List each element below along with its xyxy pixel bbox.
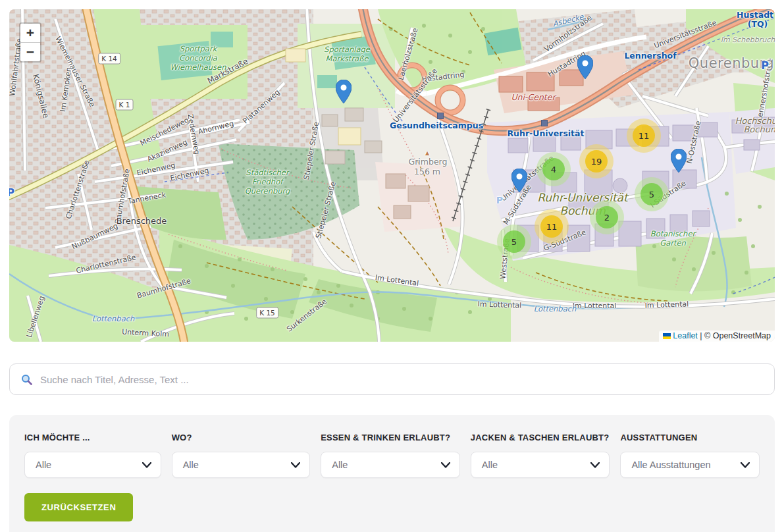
map-label: Im Lottental: [573, 302, 617, 310]
filter-select-ich-moechte[interactable]: Alle: [24, 452, 161, 478]
map-label: 156 m: [414, 167, 440, 176]
cluster-marker[interactable]: 11: [535, 209, 569, 244]
map-label: Universitätsstraße: [392, 66, 439, 124]
map-label: Im Kempken: [59, 66, 73, 112]
cluster-count: 5: [503, 230, 525, 253]
map-attribution: Leaflet | © OpenStreetMap: [659, 331, 775, 342]
map-label: Asbecke: [552, 12, 585, 28]
map-label: Ruhr-Universität: [507, 128, 584, 138]
filter-select-wo[interactable]: Alle: [172, 452, 311, 478]
cluster-count: 4: [542, 158, 565, 180]
map-label: Meischedeweg: [139, 116, 190, 148]
attribution-separator: |: [700, 331, 702, 340]
filter-field-jacken-taschen: JACKEN & TASCHEN ERLAUBT? Alle: [471, 433, 610, 478]
map-pin-marker[interactable]: [336, 80, 352, 103]
map-label: ▲: [425, 150, 429, 156]
filter-label: JACKEN & TASCHEN ERLAUBT?: [471, 433, 610, 442]
map-label: Lennershofstraße: [755, 57, 775, 121]
filter-field-ich-moechte: ICH MÖCHTE ... Alle: [24, 433, 161, 478]
reset-button[interactable]: ZURÜCKSETZEN: [24, 493, 133, 521]
filter-field-wo: WO? Alle: [172, 433, 311, 478]
map-label: Lottenbach: [534, 304, 577, 313]
filter-fields: ICH MÖCHTE ... Alle WO? Alle ESSEN & TRI…: [24, 433, 760, 478]
map-label: Bochum: [743, 124, 775, 134]
map-label: Markstraße: [326, 54, 369, 63]
map-label: Zedernweg: [186, 113, 201, 155]
filter-select-essen-trinken[interactable]: Alle: [321, 452, 460, 478]
zoom-in-button[interactable]: +: [20, 24, 40, 43]
cluster-marker[interactable]: 4: [536, 152, 571, 186]
map-label: Eichenweg: [170, 166, 210, 182]
map-label: Charlottenstraße: [64, 159, 91, 221]
map-label: Wiemelhauser Straße: [53, 35, 96, 108]
chevron-down-icon: [441, 462, 450, 468]
map-label: Im Lottental: [644, 300, 689, 309]
map-label: Markstraße: [206, 57, 249, 86]
map-label: K 14: [98, 53, 120, 65]
leaflet-link[interactable]: Leaflet: [673, 331, 698, 340]
filter-label: WO?: [172, 433, 311, 442]
map-label: Stiepeler Straße: [302, 121, 321, 180]
map-label: Platanenweg: [241, 88, 281, 125]
map-label: P: [9, 186, 14, 199]
select-value: Alle: [332, 460, 348, 470]
map-label: Hustadt: [737, 10, 773, 20]
map-label: K 15: [256, 307, 278, 319]
map-label: Wiemelhausen: [170, 63, 226, 72]
map-label: Königsallee: [31, 73, 51, 119]
map-label: Friedhof: [252, 177, 282, 186]
transit-station-icon: [541, 120, 548, 126]
cluster-count: 5: [640, 183, 663, 205]
map-label: Hochschule: [735, 116, 775, 126]
ukraine-flag-icon: [663, 333, 671, 339]
map-label: Laerholzstraße: [397, 27, 420, 81]
search-input[interactable]: [39, 373, 774, 386]
map-pin-marker[interactable]: [671, 149, 687, 173]
map-pin-marker[interactable]: [511, 169, 527, 192]
map-pin-marker[interactable]: [577, 55, 593, 79]
map-label: K 1: [116, 99, 134, 111]
cluster-marker[interactable]: 2: [590, 200, 624, 234]
map-label: Querenburg: [245, 186, 290, 196]
filter-panel: ICH MÖCHTE ... Alle WO? Alle ESSEN & TRI…: [9, 415, 775, 532]
cluster-marker[interactable]: 11: [627, 119, 661, 153]
map-label: Eichenweg: [136, 161, 176, 177]
map-label: Gesundheitscampus: [390, 120, 483, 130]
cluster-count: 11: [540, 215, 563, 238]
map-label: P: [761, 59, 769, 72]
leaflet-map[interactable]: WohlfahrtstraßeKönigsalleeMarkstraßeWiem…: [9, 9, 775, 342]
map-overlays: WohlfahrtstraßeKönigsalleeMarkstraßeWiem…: [9, 9, 775, 342]
transit-station-icon: [437, 113, 444, 119]
filter-label: AUSSTATTUNGEN: [620, 433, 760, 442]
filter-field-essen-trinken: ESSEN & TRINKEN ERLAUBT? Alle: [321, 433, 460, 478]
map-label: P: [496, 195, 503, 205]
filter-label: ICH MÖCHTE ...: [24, 433, 161, 442]
map-label: (TQ): [748, 19, 768, 29]
map-label: Querenburg: [689, 55, 774, 71]
cluster-marker[interactable]: 5: [635, 177, 669, 211]
map-label: Im Schebbruch: [721, 36, 775, 44]
map-label: Concordia: [179, 53, 217, 63]
map-label: Garten: [660, 238, 686, 248]
map-label: Libellenweg: [25, 295, 47, 338]
search-bar: [9, 363, 775, 395]
cluster-marker[interactable]: 5: [497, 225, 531, 259]
map-label: Nußbaumweg: [70, 221, 119, 251]
map-label: Akazienweg: [145, 138, 188, 164]
cluster-marker[interactable]: 19: [579, 144, 614, 178]
map-label: Lottenbach: [92, 314, 135, 323]
filter-field-ausstattungen: AUSSTATTUNGEN Alle Ausstattungen: [620, 433, 760, 478]
select-value: Alle: [36, 460, 51, 470]
map-label: Brenschede: [117, 216, 167, 226]
filter-select-ausstattungen[interactable]: Alle Ausstattungen: [620, 452, 760, 478]
map-label: Stiepeler Straße: [314, 180, 338, 239]
cluster-count: 19: [585, 150, 608, 173]
select-value: Alle: [482, 460, 498, 470]
map-label: Hustadtring: [421, 70, 465, 84]
filter-select-jacken-taschen[interactable]: Alle: [471, 452, 610, 478]
map-label: Unterm Kolm: [122, 328, 169, 339]
map-label: Vormholzstraße: [542, 13, 593, 53]
map-label: Surkenstraße: [285, 297, 328, 333]
map-label: Ahornweg: [197, 119, 235, 136]
zoom-out-button[interactable]: −: [20, 43, 40, 61]
